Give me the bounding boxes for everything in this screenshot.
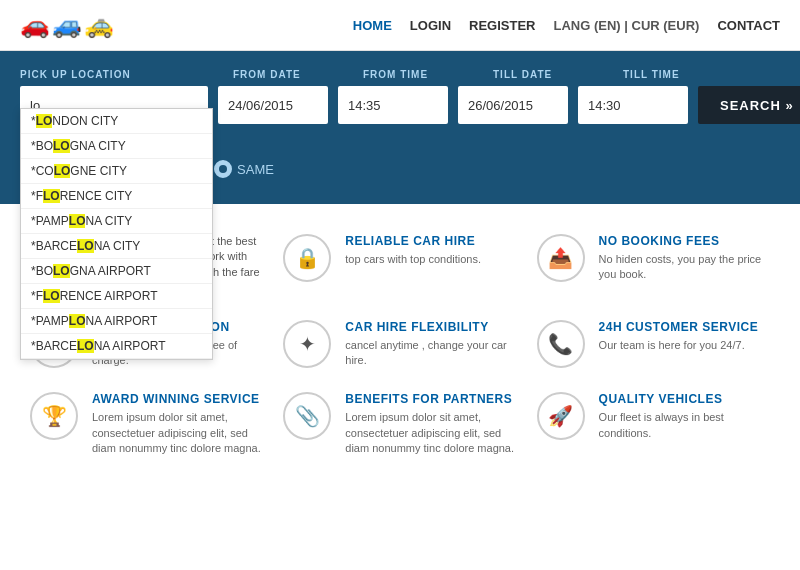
- quality-title: QUALITY VEHICLES: [599, 392, 770, 406]
- reliable-title: RELIABLE CAR HIRE: [345, 234, 481, 248]
- search-labels: PICK UP LOCATION FROM DATE FROM TIME TIL…: [20, 69, 780, 80]
- dropdown-item-9[interactable]: *BARCELONA AIRPORT: [21, 334, 212, 359]
- car-red-icon: 🚗: [20, 11, 50, 39]
- quality-desc: Our fleet is always in best conditions.: [599, 410, 770, 441]
- fromtime-label: FROM TIME: [363, 69, 473, 80]
- dropdown-item-2[interactable]: *COLOGNE CITY: [21, 159, 212, 184]
- dropdown-item-7[interactable]: *FLORENCE AIRPORT: [21, 284, 212, 309]
- partners-title: BENEFITS FOR PARTNERS: [345, 392, 516, 406]
- tilldate-label: TILL DATE: [493, 69, 603, 80]
- nav-register[interactable]: REGISTER: [469, 18, 535, 33]
- car-yellow-icon: 🚙: [52, 11, 82, 39]
- dropdown-item-1[interactable]: *BOLOGNA CITY: [21, 134, 212, 159]
- dropdown-item-8[interactable]: *PAMPLONA AIRPORT: [21, 309, 212, 334]
- nav-lang[interactable]: LANG (EN) | CUR (EUR): [554, 18, 700, 33]
- quality-icon: 🚀: [537, 392, 585, 440]
- feature-quality: 🚀 QUALITY VEHICLES Our fleet is always i…: [527, 380, 780, 468]
- till-date-input[interactable]: [458, 86, 568, 124]
- no-booking-desc: No hiden costs, you pay the price you bo…: [599, 252, 770, 283]
- partners-desc: Lorem ipsum dolor sit amet, consectetuer…: [345, 410, 516, 456]
- tilltime-label: TILL TIME: [623, 69, 733, 80]
- quality-text: QUALITY VEHICLES Our fleet is always in …: [599, 392, 770, 441]
- feature-customer-service: 📞 24H CUSTOMER SERVICE Our team is here …: [527, 308, 780, 381]
- same-radio[interactable]: [214, 160, 232, 178]
- nav-home[interactable]: HOME: [353, 18, 392, 33]
- pickup-label: PICK UP LOCATION: [20, 69, 213, 80]
- search-button[interactable]: SEARCH »: [698, 86, 800, 124]
- customer-service-title: 24H CUSTOMER SERVICE: [599, 320, 759, 334]
- award-desc: Lorem ipsum dolor sit amet, consectetuer…: [92, 410, 263, 456]
- partners-text: BENEFITS FOR PARTNERS Lorem ipsum dolor …: [345, 392, 516, 456]
- dropdown-item-0[interactable]: *LONDON CITY: [21, 109, 212, 134]
- same-label: SAME: [237, 162, 274, 177]
- till-time-input[interactable]: [578, 86, 688, 124]
- radio-dot: [219, 165, 227, 173]
- no-booking-icon: 📤: [537, 234, 585, 282]
- flexibility-text: CAR HIRE FLEXIBILITY cancel anytime , ch…: [345, 320, 516, 369]
- partners-icon: 📎: [283, 392, 331, 440]
- feature-partners: 📎 BENEFITS FOR PARTNERS Lorem ipsum dolo…: [273, 380, 526, 468]
- reliable-text: RELIABLE CAR HIRE top cars with top cond…: [345, 234, 481, 267]
- no-booking-text: NO BOOKING FEES No hiden costs, you pay …: [599, 234, 770, 283]
- same-option[interactable]: SAME: [214, 160, 274, 178]
- nav-login[interactable]: LOGIN: [410, 18, 451, 33]
- feature-flexibility: ✦ CAR HIRE FLEXIBILITY cancel anytime , …: [273, 308, 526, 381]
- feature-reliable: 🔒 RELIABLE CAR HIRE top cars with top co…: [273, 222, 526, 308]
- from-time-input[interactable]: [338, 86, 448, 124]
- dropdown-item-6[interactable]: *BOLOGNA AIRPORT: [21, 259, 212, 284]
- search-section: PICK UP LOCATION FROM DATE FROM TIME TIL…: [0, 51, 800, 140]
- pickup-dropdown: *LONDON CITY *BOLOGNA CITY *COLOGNE CITY…: [20, 108, 213, 360]
- customer-service-desc: Our team is here for you 24/7.: [599, 338, 759, 353]
- flexibility-icon: ✦: [283, 320, 331, 368]
- flexibility-title: CAR HIRE FLEXIBILITY: [345, 320, 516, 334]
- reliable-desc: top cars with top conditions.: [345, 252, 481, 267]
- customer-service-text: 24H CUSTOMER SERVICE Our team is here fo…: [599, 320, 759, 353]
- customer-service-icon: 📞: [537, 320, 585, 368]
- no-booking-title: NO BOOKING FEES: [599, 234, 770, 248]
- feature-award: 🏆 AWARD WINNING SERVICE Lorem ipsum dolo…: [20, 380, 273, 468]
- award-icon: 🏆: [30, 392, 78, 440]
- reliable-icon: 🔒: [283, 234, 331, 282]
- feature-no-booking: 📤 NO BOOKING FEES No hiden costs, you pa…: [527, 222, 780, 308]
- award-text: AWARD WINNING SERVICE Lorem ipsum dolor …: [92, 392, 263, 456]
- award-title: AWARD WINNING SERVICE: [92, 392, 263, 406]
- logo: 🚗 🚙 🚕: [20, 11, 114, 39]
- nav-links: HOME LOGIN REGISTER LANG (EN) | CUR (EUR…: [353, 18, 780, 33]
- dropdown-item-4[interactable]: *PAMPLONA CITY: [21, 209, 212, 234]
- from-date-input[interactable]: [218, 86, 328, 124]
- flexibility-desc: cancel anytime , change your car hire.: [345, 338, 516, 369]
- dropdown-item-3[interactable]: *FLORENCE CITY: [21, 184, 212, 209]
- car-blue-icon: 🚕: [84, 11, 114, 39]
- dropdown-item-5[interactable]: *BARCELONA CITY: [21, 234, 212, 259]
- nav-contact[interactable]: CONTACT: [717, 18, 780, 33]
- fromdate-label: FROM DATE: [233, 69, 343, 80]
- navbar: 🚗 🚙 🚕 HOME LOGIN REGISTER LANG (EN) | CU…: [0, 0, 800, 51]
